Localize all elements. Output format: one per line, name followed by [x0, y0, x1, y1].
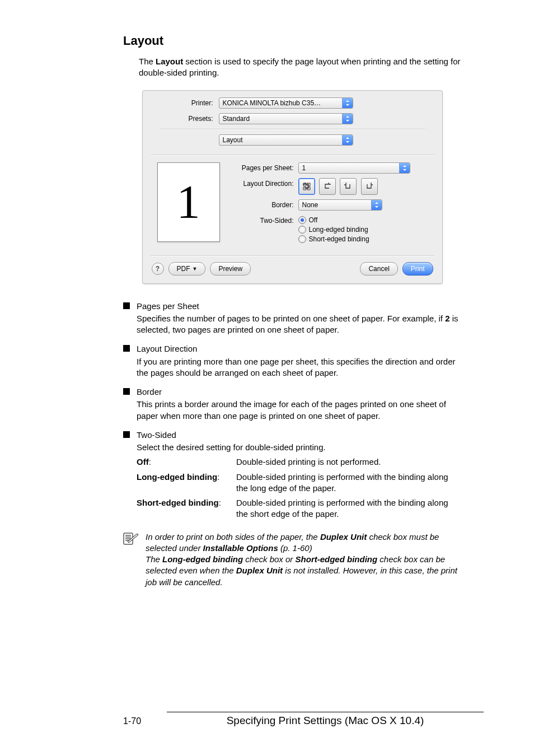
text-bold: Off: [137, 457, 149, 466]
divider: [160, 129, 425, 130]
border-select-value: None: [302, 201, 371, 209]
chevron-updown-icon: [371, 200, 382, 210]
presets-select[interactable]: Standard: [219, 113, 353, 124]
two-sided-radio-short[interactable]: Short-edged binding: [298, 235, 369, 243]
chevron-updown-icon: [342, 98, 353, 108]
text: :: [149, 457, 151, 466]
text-bold: Installable Options: [203, 543, 278, 553]
text-bold: Short-edged binding: [137, 498, 219, 507]
text: In order to print on both sides of the p…: [146, 532, 320, 542]
printer-select[interactable]: KONICA MINOLTA bizhub C35…: [219, 97, 353, 109]
note-icon: [123, 531, 139, 588]
text-bold: Long-edged binding: [162, 554, 243, 564]
chevron-updown-icon: [342, 114, 353, 124]
def-short-desc: Double-sided printing is performed with …: [236, 497, 461, 520]
radio-icon: [298, 226, 306, 234]
bullet-pages-per-sheet-desc: Specifies the number of pages to be prin…: [137, 314, 458, 334]
chevron-updown-icon: [342, 135, 353, 145]
bullet-two-sided-title: Two-Sided: [137, 430, 461, 441]
bullet-layout-direction-title: Layout Direction: [137, 343, 461, 354]
print-button[interactable]: Print: [402, 262, 433, 276]
layout-direction-btn-3[interactable]: [340, 178, 357, 195]
radio-icon: [298, 235, 306, 243]
text-bold: Long-edged binding: [137, 472, 217, 482]
text: :: [217, 472, 219, 482]
text: The: [146, 554, 162, 564]
def-off-desc: Double-sided printing is not performed.: [236, 456, 461, 468]
layout-direction-label: Layout Direction:: [231, 178, 294, 188]
chevron-updown-icon: [399, 163, 410, 173]
intro-text-a: The: [139, 57, 156, 66]
text: :: [219, 498, 221, 507]
layout-preview-glyph: 1: [177, 175, 200, 229]
intro-paragraph: The Layout section is used to specify th…: [123, 56, 461, 79]
presets-label: Presets:: [152, 115, 213, 123]
border-label: Border:: [231, 199, 294, 209]
two-sided-radio-off-label: Off: [309, 216, 318, 224]
bullet-icon: [123, 345, 130, 352]
def-off-term: Off:: [137, 456, 236, 468]
text-bold: Duplex Unit: [320, 532, 367, 542]
def-short-term: Short-edged binding:: [137, 497, 236, 520]
text: (p. 1-60): [278, 543, 312, 553]
bullet-pages-per-sheet-title: Pages per Sheet: [137, 301, 461, 312]
print-dialog: Printer: KONICA MINOLTA bizhub C35… Pres…: [142, 90, 443, 284]
bullet-icon: [123, 302, 130, 309]
two-sided-radio-short-label: Short-edged binding: [309, 235, 369, 243]
help-button[interactable]: ?: [152, 263, 164, 275]
border-select[interactable]: None: [298, 199, 382, 211]
preview-button[interactable]: Preview: [210, 262, 251, 276]
bullet-icon: [123, 388, 130, 395]
chevron-down-icon: ▼: [193, 266, 198, 272]
text-bold: Short-edged binding: [296, 554, 378, 564]
radio-icon: [298, 216, 306, 224]
cancel-button[interactable]: Cancel: [360, 262, 397, 276]
note-body: In order to print on both sides of the p…: [146, 531, 461, 588]
printer-label: Printer:: [152, 99, 213, 107]
two-sided-radio-group: Off Long-edged binding Short-edged bindi…: [298, 215, 369, 243]
page-number: 1-70: [123, 716, 141, 726]
pane-select[interactable]: Layout: [219, 134, 353, 146]
pages-per-sheet-value: 1: [302, 164, 399, 172]
bullet-border-title: Border: [137, 386, 461, 398]
layout-preview: 1: [157, 162, 220, 242]
intro-text-c: section is used to specify the page layo…: [139, 57, 461, 77]
def-long-desc: Double-sided printing is performed with …: [236, 472, 461, 494]
footer-title: Specifying Print Settings (Mac OS X 10.4…: [167, 712, 484, 727]
bullet-two-sided-intro: Select the desired setting for double-si…: [137, 442, 326, 452]
text: check box or: [243, 554, 295, 564]
text-bold: 2: [445, 314, 449, 323]
printer-select-value: KONICA MINOLTA bizhub C35…: [223, 99, 342, 107]
def-long-term: Long-edged binding:: [137, 472, 236, 494]
pdf-button-label: PDF: [177, 265, 190, 273]
layout-direction-btn-2[interactable]: [319, 178, 336, 195]
bullet-icon: [123, 431, 130, 438]
pages-per-sheet-select[interactable]: 1: [298, 162, 410, 174]
pane-select-value: Layout: [223, 136, 342, 144]
two-sided-radio-long-label: Long-edged binding: [309, 226, 368, 234]
bullet-layout-direction-desc: If you are printing more than one page p…: [137, 357, 456, 377]
section-title: Layout: [123, 34, 461, 48]
layout-direction-btn-1[interactable]: [298, 178, 315, 195]
layout-direction-btn-4[interactable]: [361, 178, 378, 195]
two-sided-label: Two-Sided:: [231, 215, 294, 225]
text: Specifies the number of pages to be prin…: [137, 314, 445, 323]
two-sided-radio-off[interactable]: Off: [298, 216, 369, 224]
two-sided-radio-long[interactable]: Long-edged binding: [298, 226, 369, 234]
bullet-border-desc: This prints a border around the image fo…: [137, 399, 446, 420]
text-bold: Duplex Unit: [236, 566, 283, 575]
intro-text-b: Layout: [156, 57, 183, 66]
pages-per-sheet-label: Pages per Sheet:: [231, 162, 294, 172]
presets-select-value: Standard: [223, 115, 342, 123]
pdf-button[interactable]: PDF ▼: [168, 262, 206, 276]
